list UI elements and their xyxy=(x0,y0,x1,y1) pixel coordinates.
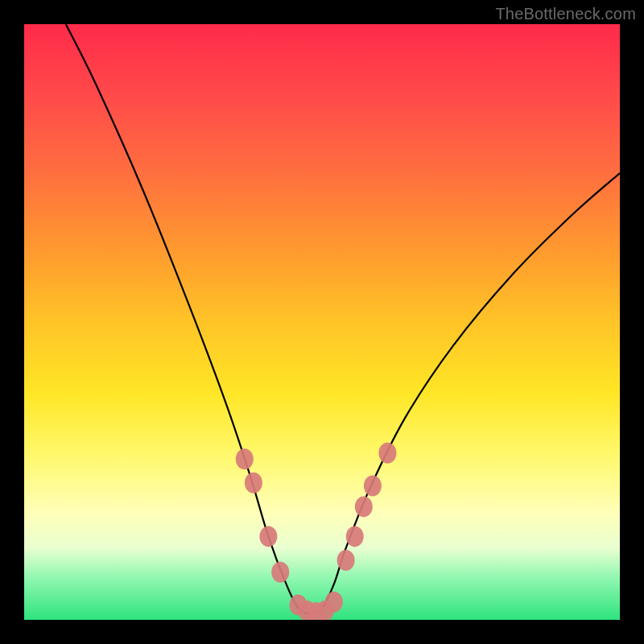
chart-svg xyxy=(24,24,620,620)
chart-frame: TheBottleneck.com xyxy=(0,0,644,644)
curve-path xyxy=(66,24,620,614)
highlighted-points-group xyxy=(236,443,397,620)
highlight-marker xyxy=(325,592,343,613)
highlight-marker xyxy=(355,496,373,517)
highlight-marker xyxy=(337,550,355,571)
highlight-marker xyxy=(378,443,396,464)
highlight-marker xyxy=(346,526,364,547)
highlight-marker xyxy=(271,562,289,583)
watermark-text: TheBottleneck.com xyxy=(495,5,636,23)
highlight-marker xyxy=(245,473,262,493)
bottleneck-curve-line xyxy=(66,24,620,614)
chart-plot-area xyxy=(24,24,620,620)
highlight-marker xyxy=(236,448,254,469)
highlight-marker xyxy=(364,476,382,497)
highlight-marker xyxy=(259,526,277,547)
